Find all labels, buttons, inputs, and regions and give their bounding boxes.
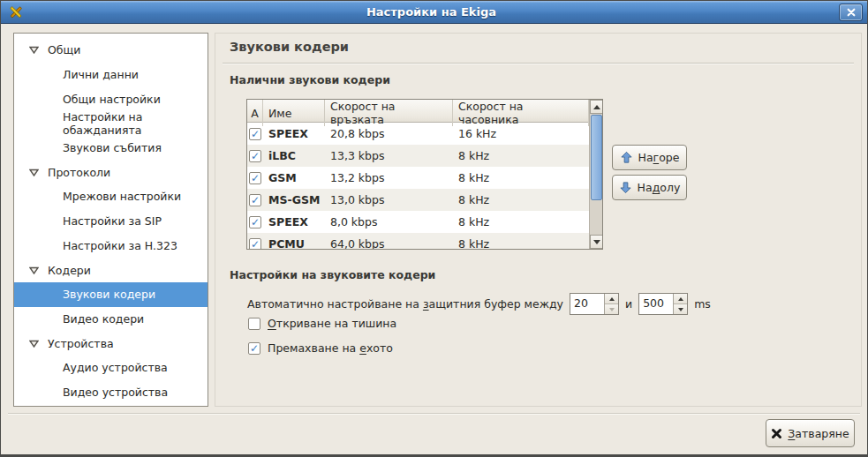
table-row[interactable]: ✓ SPEEX 8,0 kbps 8 kHz <box>247 211 589 233</box>
sidebar-item-video-codecs[interactable]: Видео кодери <box>14 307 208 332</box>
scrollbar-track[interactable] <box>590 201 603 235</box>
jitter-between-label: и <box>625 297 632 311</box>
sidebar-item-general-settings[interactable]: Общи настройки <box>14 86 208 111</box>
sidebar-item-label: Звукови събития <box>63 141 162 154</box>
check-mark-icon: ✓ <box>251 151 260 161</box>
window-title: Настройки на Ekiga <box>24 5 839 19</box>
jitter-min-spinbox[interactable]: 20 <box>570 293 619 315</box>
sidebar-group-general[interactable]: Общи <box>14 38 208 63</box>
echo-cancellation-row[interactable]: ✓ Премахване на ехото <box>248 341 393 355</box>
available-codecs-heading: Налични звукови кодери <box>230 73 390 86</box>
jitter-max-spin-up[interactable] <box>674 294 687 303</box>
column-header-name[interactable]: Име <box>263 100 325 126</box>
echo-cancellation-checkbox[interactable]: ✓ <box>248 342 260 355</box>
silence-detection-row[interactable]: ✓ Откриване на тишина <box>248 317 396 330</box>
sidebar-group-label: Протоколи <box>48 166 110 179</box>
close-x-icon <box>771 428 782 439</box>
sidebar-item-label: Видео устройства <box>63 386 168 399</box>
codec-bitrate: 8,0 kbps <box>325 215 453 228</box>
sidebar-item-audio-devices[interactable]: Аудио устройства <box>14 356 208 380</box>
sidebar-group-devices[interactable]: Устройства <box>14 331 208 356</box>
codec-clockrate: 8 kHz <box>453 193 589 206</box>
close-x-icon <box>847 8 856 17</box>
move-up-button[interactable]: Нагоре <box>612 145 687 170</box>
sidebar-item-label: Общи настройки <box>63 93 161 106</box>
sidebar-item-audio-codecs[interactable]: Звукови кодери <box>14 282 208 307</box>
sidebar-group-protocols[interactable]: Протоколи <box>14 160 208 184</box>
codec-enabled-checkbox[interactable]: ✓ <box>249 216 261 228</box>
codecs-table: A Име Скорост на връзката Скорост на час… <box>246 99 603 250</box>
sidebar-item-sound-events[interactable]: Звукови събития <box>14 136 208 161</box>
up-arrow-icon <box>620 151 633 164</box>
sidebar-item-network-settings[interactable]: Мрежови настройки <box>14 184 208 209</box>
titlebar: Настройки на Ekiga <box>1 1 867 24</box>
sidebar-item-call-options[interactable]: Настройки на обажданията <box>14 111 208 136</box>
codec-enabled-checkbox[interactable]: ✓ <box>249 238 261 251</box>
expander-icon[interactable] <box>29 169 39 176</box>
silence-detection-checkbox[interactable]: ✓ <box>248 318 260 330</box>
table-row[interactable]: ✓ GSM 13,2 kbps 8 kHz <box>247 167 589 189</box>
table-row[interactable]: ✓ MS-GSM 13,0 kbps 8 kHz <box>247 189 589 211</box>
codec-bitrate: 13,2 kbps <box>325 171 453 184</box>
jitter-unit-label: ms <box>694 297 711 311</box>
sidebar-item-personal-data[interactable]: Лични данни <box>14 63 208 87</box>
arrow-down-icon <box>593 240 600 244</box>
jitter-max-value[interactable]: 500 <box>639 294 673 314</box>
scrollbar-thumb[interactable] <box>591 115 602 200</box>
move-down-label: Надолу <box>638 181 681 194</box>
window-tools-icon[interactable] <box>8 4 24 20</box>
jitter-buffer-row: Автоматично настройване на защитния буфе… <box>247 293 711 315</box>
spin-up-icon <box>678 297 683 301</box>
jitter-min-value[interactable]: 20 <box>570 294 604 314</box>
echo-cancellation-label: Премахване на ехото <box>268 341 393 355</box>
sidebar-item-label: Мрежови настройки <box>63 190 181 203</box>
codec-clockrate: 8 kHz <box>453 237 589 250</box>
sidebar-group-codecs[interactable]: Кодери <box>14 258 208 282</box>
sidebar-item-label: Лични данни <box>63 68 139 81</box>
codec-clockrate: 8 kHz <box>453 171 589 184</box>
window-close-button[interactable] <box>839 4 863 21</box>
silence-detection-label: Откриване на тишина <box>268 317 396 330</box>
codec-bitrate: 20,8 kbps <box>325 127 453 140</box>
jitter-min-spin-down[interactable] <box>605 303 618 314</box>
separator <box>8 413 860 415</box>
page-title: Звукови кодери <box>230 40 349 54</box>
move-down-button[interactable]: Надолу <box>612 175 687 200</box>
table-row[interactable]: ✓ PCMU 64,0 kbps 8 kHz <box>247 233 589 250</box>
codec-name: MS-GSM <box>263 193 325 206</box>
column-header-bitrate[interactable]: Скорост на връзката <box>325 100 453 126</box>
spin-up-icon <box>609 297 615 301</box>
jitter-min-spin-up[interactable] <box>605 294 618 303</box>
scrollbar-down-button[interactable] <box>590 235 603 249</box>
check-mark-icon: ✓ <box>251 129 260 139</box>
separator <box>223 63 854 64</box>
sidebar-item-label: Настройки за H.323 <box>63 239 177 252</box>
jitter-max-spinbox[interactable]: 500 <box>638 293 688 315</box>
expander-icon[interactable] <box>29 340 39 348</box>
sidebar-item-video-devices[interactable]: Видео устройства <box>14 380 208 405</box>
check-mark-icon: ✓ <box>251 239 260 250</box>
check-mark-icon: ✓ <box>251 195 260 206</box>
codec-enabled-checkbox[interactable]: ✓ <box>249 172 261 184</box>
sidebar-item-h323-settings[interactable]: Настройки за H.323 <box>14 234 208 258</box>
codec-bitrate: 64,0 kbps <box>325 237 453 250</box>
codec-clockrate: 16 kHz <box>453 127 589 140</box>
column-header-active[interactable]: A <box>247 100 263 126</box>
expander-icon[interactable] <box>29 46 39 54</box>
codec-enabled-checkbox[interactable]: ✓ <box>249 150 261 162</box>
sidebar-item-sip-settings[interactable]: Настройки за SIP <box>14 209 208 234</box>
column-header-clockrate[interactable]: Скорост на часовника <box>453 100 589 126</box>
table-header: A Име Скорост на връзката Скорост на час… <box>247 100 589 123</box>
move-up-label: Нагоре <box>638 151 680 164</box>
close-dialog-button[interactable]: Затваряне <box>766 419 855 447</box>
codec-enabled-checkbox[interactable]: ✓ <box>249 194 261 206</box>
codec-name: SPEEX <box>263 215 325 228</box>
codecs-settings-heading: Настройки на звуковите кодери <box>230 268 435 281</box>
codec-enabled-checkbox[interactable]: ✓ <box>249 128 261 140</box>
codec-bitrate: 13,0 kbps <box>325 193 453 206</box>
jitter-max-spin-down[interactable] <box>674 303 687 314</box>
expander-icon[interactable] <box>29 266 39 274</box>
table-row[interactable]: ✓ iLBC 13,3 kbps 8 kHz <box>247 145 589 167</box>
scrollbar-up-button[interactable] <box>590 100 603 114</box>
sidebar-item-label: Звукови кодери <box>63 288 155 301</box>
